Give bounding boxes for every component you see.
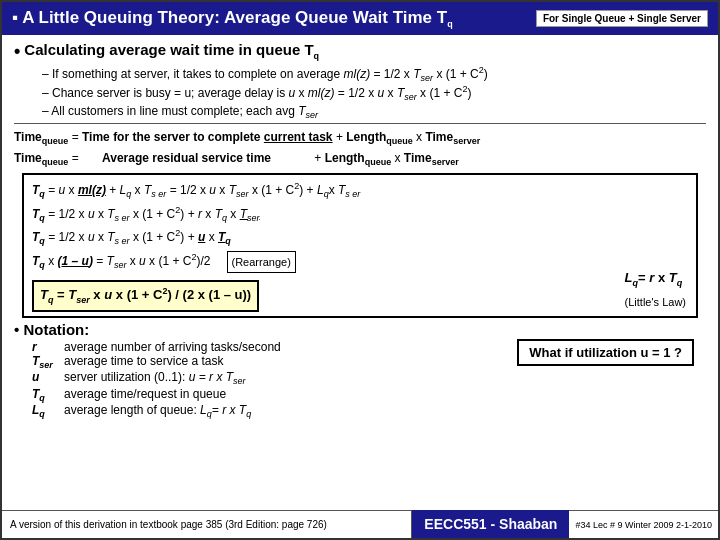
slide: ▪ A Little Queuing Theory: Average Queue… xyxy=(0,0,720,540)
footer-left: A version of this derivation in textbook… xyxy=(2,510,412,538)
timequeue-block: Timequeue = Time for the server to compl… xyxy=(14,128,706,170)
sub-bullet-2: Chance server is busy = u; average delay… xyxy=(42,84,706,102)
def-lq: average length of queue: Lq= r x Tq xyxy=(64,403,281,419)
single-queue-badge: For Single Queue + Single Server xyxy=(536,10,708,27)
utilization-box: What if utilization u = 1 ? xyxy=(517,339,694,366)
rearrange-label: (Rearrange) xyxy=(227,251,296,274)
def-u: server utilization (0..1): u = r x Tser xyxy=(64,370,281,386)
math-box: Tq = u x ml(z) + Lq x Ts er = 1/2 x u x … xyxy=(22,173,698,318)
footer-bar: A version of this derivation in textbook… xyxy=(2,510,718,538)
def-tq: average time/request in queue xyxy=(64,387,281,403)
footer-right: EECC551 - Shaaban xyxy=(412,510,569,538)
notation-grid: r average number of arriving tasks/secon… xyxy=(32,340,281,420)
math-line-4: Tq x (1 – u) = Tser x u x (1 + C2)/2 (Re… xyxy=(32,250,688,274)
timequeue-line1: Timequeue = Time for the server to compl… xyxy=(14,128,706,149)
math-line-1: Tq = u x ml(z) + Lq x Ts er = 1/2 x u x … xyxy=(32,179,688,203)
littles-law-label: (Little's Law) xyxy=(625,293,686,312)
bullet-dot: • xyxy=(14,41,20,63)
def-r: average number of arriving tasks/second xyxy=(64,340,281,354)
sym-u: u xyxy=(32,370,60,386)
lq-law-block: Lq= r x Tq (Little's Law) xyxy=(625,267,686,312)
bullet1-text: Calculating average wait time in queue T… xyxy=(24,41,319,61)
notation-section: • Notation: r average number of arriving… xyxy=(14,321,706,420)
sym-r: r xyxy=(32,340,60,354)
footer-pagenum: #34 Lec # 9 Winter 2009 2-1-2010 xyxy=(569,510,718,538)
final-formula: Tq = Tser x u x (1 + C2) / (2 x (1 – u)) xyxy=(32,280,259,312)
content-area: • Calculating average wait time in queue… xyxy=(2,35,718,423)
sub-bullet-1: If something at server, it takes to comp… xyxy=(42,65,706,83)
title-bar: ▪ A Little Queuing Theory: Average Queue… xyxy=(2,2,718,35)
sym-tq: Tq xyxy=(32,387,60,403)
sub-bullets: If something at server, it takes to comp… xyxy=(42,65,706,120)
sub-bullet-3: All customers in line must complete; eac… xyxy=(42,104,706,120)
notation-title: • Notation: xyxy=(14,321,281,338)
bullet-main: • Calculating average wait time in queue… xyxy=(14,41,706,63)
sym-tser: Tser xyxy=(32,354,60,370)
lq-formula: Lq= r x Tq xyxy=(625,267,686,291)
final-formula-line: Tq = Tser x u x (1 + C2) / (2 x (1 – u)) xyxy=(32,277,688,312)
def-tser: average time to service a task xyxy=(64,354,281,370)
math-line-2: Tq = 1/2 x u x Ts er x (1 + C2) + r x Tq… xyxy=(32,203,688,227)
slide-title: ▪ A Little Queuing Theory: Average Queue… xyxy=(12,8,453,29)
timequeue-line2: Timequeue = Average residual service tim… xyxy=(14,149,706,170)
sym-lq: Lq xyxy=(32,403,60,419)
math-line-3: Tq = 1/2 x u x Ts er x (1 + C2) + u x Tq xyxy=(32,226,688,250)
